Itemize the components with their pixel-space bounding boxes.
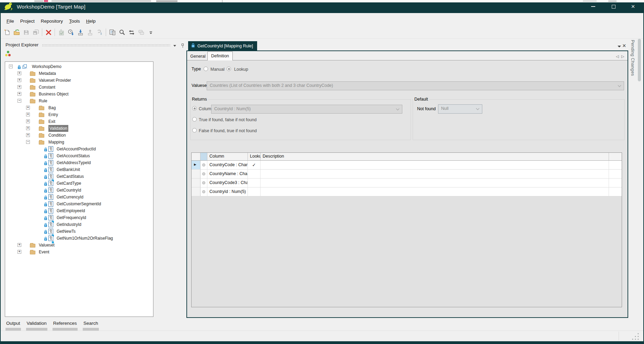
tree-item-getcustomersegmentid[interactable]: GetCustomerSegmentId [5,200,153,207]
tree-expander-icon[interactable]: + [18,92,21,96]
tree-expander-icon[interactable]: + [26,119,30,123]
tree-item-constant[interactable]: +Constant [5,84,153,91]
tree-item-getaddresstypeid[interactable]: GetAddressTypeId [5,159,153,166]
tree-item-event[interactable]: +Event [5,249,153,255]
grid-row[interactable]: CountryCode3 : Char(3) [192,179,622,187]
lookup-columns-grid[interactable]: ColumnLookupDescriptionCountryCode : Cha… [191,152,622,307]
tree-expander-icon[interactable]: + [18,85,21,89]
menu-file[interactable]: File [3,17,17,25]
grid-cell-column[interactable]: CountryCode : Char(2) [207,161,248,170]
tree-expander-icon[interactable]: + [18,250,21,254]
panel-grip[interactable] [42,44,170,47]
grid-cell-column[interactable]: CountryName : Char(100) [207,170,248,179]
pin-icon[interactable] [181,43,185,48]
tree-item-getindustryid[interactable]: GetIndustryId [5,221,153,228]
document-close-icon[interactable]: × [622,43,626,49]
menu-help[interactable]: Help [83,17,99,25]
pending-changes-tab[interactable]: Pending Changes [630,40,635,76]
pending-changes-scroll-thumb[interactable] [638,39,641,81]
save-icon[interactable] [21,28,31,37]
check-in-icon[interactable] [85,28,95,37]
tree-item-getaccountstatus[interactable]: GetAccountStatus [5,152,153,159]
tree-item-getbankunit[interactable]: GetBankUnit [5,166,153,173]
tree-item-condition[interactable]: +Condition [5,132,153,139]
type-manual-radio[interactable] [204,67,208,71]
tab-definition[interactable]: Definition [207,51,233,60]
tree-item-workshopdemo[interactable]: −WorkshopDemo [5,63,153,70]
returns-column-dropdown[interactable]: CountryId : Num(5) [211,105,402,114]
tree-expander-icon[interactable]: + [26,106,30,110]
grid-cell-lookup[interactable] [248,179,261,187]
tree-expander-icon[interactable]: − [9,65,13,68]
valueset-dropdown[interactable]: Countries (List of Countries with both 2… [207,81,624,90]
new-project-icon[interactable] [2,28,12,37]
type-lookup-label[interactable]: Lookup [234,67,248,72]
tree-expander-icon[interactable]: + [26,133,30,137]
publish-icon[interactable] [136,28,146,37]
tree-expander-icon[interactable]: + [26,126,30,130]
tree-item-exit[interactable]: +Exit [5,118,153,125]
grid-cell-column[interactable]: CountryId : Num(5) [207,187,248,196]
grid-row-selector[interactable] [192,161,200,170]
menu-project[interactable]: Project [17,17,38,25]
grid-header-column[interactable]: Column [207,153,248,161]
open-project-icon[interactable] [12,28,21,37]
tree-expander-icon[interactable]: + [18,243,21,247]
not-found-dropdown[interactable]: Null [438,104,482,114]
add-item-icon[interactable] [56,28,66,37]
tree-item-valueset[interactable]: +Valueset [5,242,153,249]
bottom-tab-references[interactable]: References [53,321,78,331]
minimize-button[interactable] [585,0,601,13]
document-well-menu-icon[interactable] [618,46,621,47]
returns-true-label[interactable]: True if found, false if not found [199,117,256,122]
tree-expander-icon[interactable]: + [26,113,30,116]
menu-tools[interactable]: Tools [66,17,83,25]
tab-scroll-left-icon[interactable]: ◁ [616,54,619,59]
tree-item-valueset-provider[interactable]: +Valueset Provider [5,77,153,84]
grid-row[interactable]: CountryId : Num(5) [192,187,622,196]
tree-item-mapping[interactable]: −Mapping [5,139,153,146]
tree-item-getnum1ornum2orraiseflag[interactable]: GetNum1OrNum2OrRaiseFlag [5,235,153,242]
tree-item-getcardtype[interactable]: GetCardType [5,180,153,187]
tree-item-getfrequencyid[interactable]: GetFrequencyId [5,214,153,221]
tab-general[interactable]: General [188,53,207,60]
undo-checkout-icon[interactable] [95,28,104,37]
bottom-tab-output[interactable]: Output [5,321,21,331]
tree-item-getnewts[interactable]: GetNewTs [5,228,153,235]
grid-cell-column[interactable]: CountryCode3 : Char(3) [207,179,248,187]
grid-cell-lookup[interactable] [248,187,261,196]
bottom-tab-search[interactable]: Search [83,321,99,331]
grid-cell-description[interactable] [261,187,609,196]
grid-row[interactable]: CountryCode : Char(2)✓ [192,161,622,170]
returns-false-radio[interactable] [192,128,197,133]
save-all-icon[interactable] [31,28,41,37]
tree-item-business-object[interactable]: +Business Object [5,91,153,98]
tree-item-bag[interactable]: +Bag [5,104,153,111]
scope-filter-icon[interactable] [5,51,11,57]
get-latest-icon[interactable] [66,28,76,37]
type-manual-label[interactable]: Manual [210,67,225,72]
grid-row-selector[interactable] [192,179,200,187]
compare-icon[interactable] [127,28,136,37]
grid-cell-description[interactable] [261,170,609,179]
tree-item-entry[interactable]: +Entry [5,111,153,118]
tree-item-getcardstatus[interactable]: GetCardStatus [5,173,153,180]
tree-item-getaccountproductid[interactable]: GetAccountProductId [5,146,153,152]
tree-item-metadata[interactable]: +Metadata [5,70,153,77]
tree-expander-icon[interactable]: − [26,140,30,144]
maximize-button[interactable] [606,0,621,13]
returns-false-label[interactable]: False if found, true if not found [199,128,257,133]
properties-icon[interactable] [107,28,117,37]
search-icon[interactable] [117,28,127,37]
tree-expander-icon[interactable]: + [18,71,21,75]
tab-scroll-right-icon[interactable]: ▷ [621,54,624,59]
grid-header-description[interactable]: Description [261,153,609,161]
close-button[interactable]: × [625,0,641,13]
type-lookup-radio[interactable] [227,67,231,71]
document-tab[interactable]: GetCountryId [Mapping Rule] [188,41,257,50]
tree-expander-icon[interactable]: − [18,99,21,103]
menu-repository[interactable]: Repository [38,17,66,25]
grid-cell-lookup[interactable]: ✓ [248,161,261,170]
check-out-icon[interactable] [76,28,85,37]
panel-menu-caret-icon[interactable] [173,45,176,47]
